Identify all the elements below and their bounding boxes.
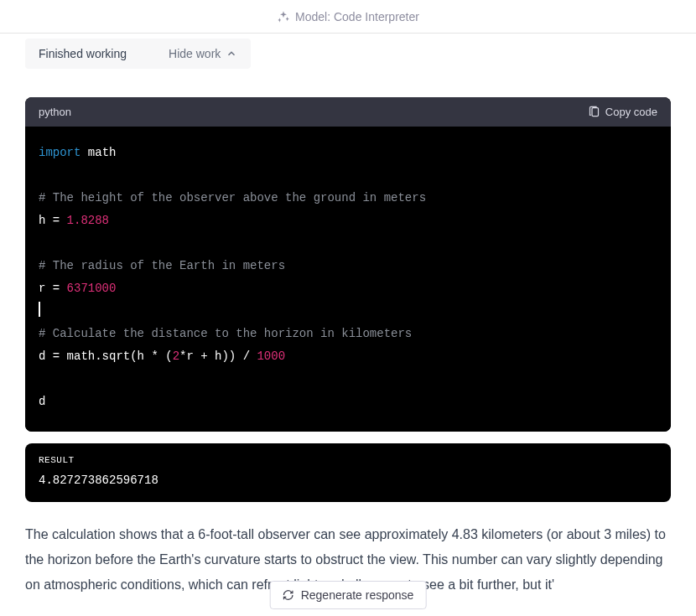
regenerate-label: Regenerate response bbox=[301, 588, 414, 602]
code-language: python bbox=[39, 106, 71, 118]
code-token-number: 6371000 bbox=[67, 282, 117, 295]
code-token-keyword: import bbox=[39, 146, 81, 159]
regenerate-button[interactable]: Regenerate response bbox=[270, 581, 427, 609]
copy-code-label: Copy code bbox=[605, 106, 657, 118]
code-body[interactable]: import math # The height of the observer… bbox=[25, 127, 671, 432]
result-label: RESULT bbox=[39, 455, 657, 465]
code-token-id: d = math.sqrt(h * ( bbox=[39, 349, 173, 363]
result-block: RESULT 4.827273862596718 bbox=[25, 443, 671, 502]
code-token-comment: # Calculate the distance to the horizon … bbox=[39, 327, 412, 340]
code-token-id: h = bbox=[39, 214, 67, 227]
sparkle-icon bbox=[277, 10, 290, 23]
code-token-number: 1000 bbox=[257, 349, 285, 363]
code-token-comment: # The height of the observer above the g… bbox=[39, 191, 426, 204]
clipboard-icon bbox=[588, 106, 600, 118]
chevron-up-icon bbox=[226, 48, 237, 60]
code-token-id: r = bbox=[39, 282, 67, 295]
status-pill[interactable]: Finished working Hide work bbox=[25, 39, 251, 69]
model-label: Model: Code Interpreter bbox=[295, 10, 419, 23]
code-block: python Copy code import math # The heigh… bbox=[25, 97, 671, 432]
hide-work-toggle[interactable]: Hide work bbox=[169, 47, 237, 60]
code-token-number: 2 bbox=[173, 349, 179, 363]
copy-code-button[interactable]: Copy code bbox=[588, 106, 657, 118]
model-bar: Model: Code Interpreter bbox=[0, 0, 696, 34]
code-token-id: *r + h)) / bbox=[179, 349, 257, 363]
text-cursor bbox=[39, 302, 40, 317]
code-token-id: math bbox=[81, 146, 116, 159]
code-token-number: 1.8288 bbox=[67, 214, 109, 227]
result-value: 4.827273862596718 bbox=[39, 474, 657, 487]
svg-rect-0 bbox=[592, 108, 599, 116]
refresh-icon bbox=[283, 589, 294, 601]
hide-work-label: Hide work bbox=[169, 47, 221, 60]
code-header: python Copy code bbox=[25, 97, 671, 127]
status-label: Finished working bbox=[39, 47, 127, 60]
code-token-id: d bbox=[39, 395, 45, 408]
code-token-comment: # The radius of the Earth in meters bbox=[39, 259, 285, 272]
